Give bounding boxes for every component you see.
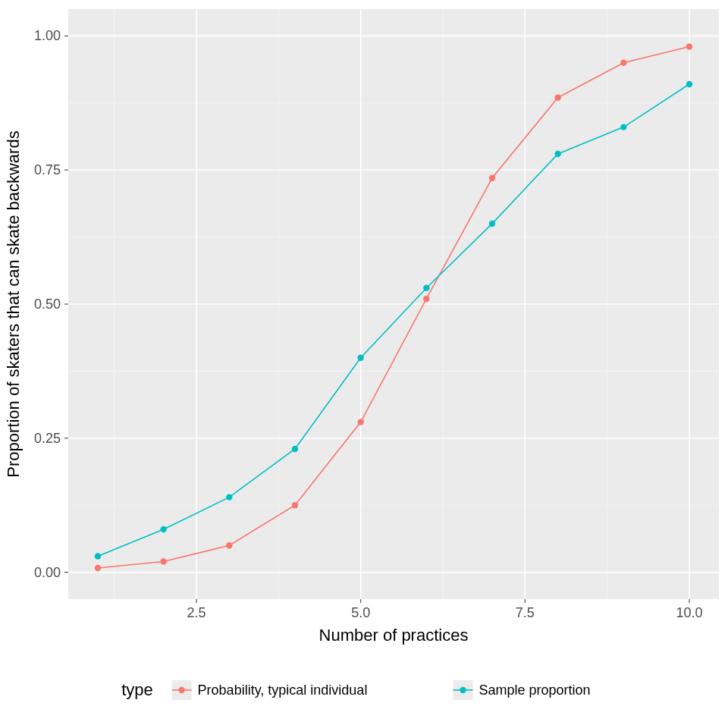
series-point-0	[686, 43, 692, 49]
series-point-0	[292, 502, 298, 508]
series-point-1	[686, 81, 692, 87]
chart-container: 2.55.07.510.00.000.250.500.751.00Number …	[0, 0, 728, 728]
y-tick-label: 0.50	[34, 297, 61, 312]
x-axis-title: Number of practices	[319, 626, 469, 645]
x-tick-label: 10.0	[676, 605, 702, 620]
series-point-0	[554, 95, 560, 101]
series-point-0	[226, 542, 232, 548]
legend-key-point	[178, 687, 184, 693]
series-point-1	[554, 151, 560, 157]
y-tick-label: 0.25	[34, 431, 61, 446]
series-point-0	[620, 60, 626, 66]
series-point-1	[423, 285, 429, 291]
legend-label: Sample proportion	[479, 682, 591, 698]
legend-item-0: Probability, typical individual	[172, 680, 368, 700]
series-point-0	[423, 296, 429, 302]
series-point-0	[160, 558, 166, 564]
series-point-0	[489, 175, 495, 181]
legend-key-point	[460, 687, 466, 693]
x-tick-label: 7.5	[516, 605, 535, 620]
legend-item-1: Sample proportion	[453, 680, 591, 700]
x-tick-label: 2.5	[187, 605, 206, 620]
legend-label: Probability, typical individual	[198, 682, 368, 698]
series-point-1	[160, 526, 166, 532]
series-point-1	[95, 553, 101, 559]
series-point-1	[620, 124, 626, 130]
x-tick-label: 5.0	[351, 605, 370, 620]
y-tick-label: 0.00	[34, 565, 61, 580]
series-point-1	[226, 494, 232, 500]
y-axis-title: Proportion of skaters that can skate bac…	[4, 130, 23, 477]
series-point-0	[357, 419, 363, 425]
legend: typeProbability, typical individualSampl…	[121, 680, 590, 700]
y-tick-label: 1.00	[34, 28, 61, 43]
legend-title: type	[121, 680, 153, 699]
series-point-1	[489, 221, 495, 227]
chart-svg: 2.55.07.510.00.000.250.500.751.00Number …	[0, 0, 728, 728]
y-tick-label: 0.75	[34, 162, 61, 177]
series-point-0	[95, 565, 101, 571]
series-point-1	[292, 446, 298, 452]
series-point-1	[357, 355, 363, 361]
